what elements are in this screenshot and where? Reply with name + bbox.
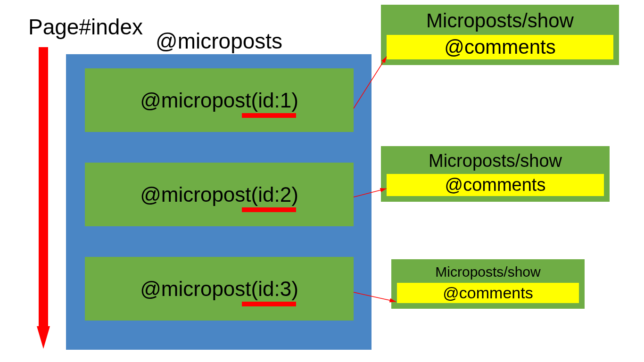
- micropost-item-3: @micropost(id:3): [85, 257, 354, 321]
- id-underline-icon: [242, 113, 296, 118]
- micropost-item-1: @micropost(id:1): [85, 68, 354, 132]
- comments-label: @comments: [387, 35, 613, 59]
- show-box-2: Microposts/show @comments: [381, 146, 610, 202]
- svg-marker-1: [37, 326, 50, 349]
- microposts-container: @micropost(id:1) @micropost(id:2) @micro…: [66, 54, 372, 350]
- show-box-3: Microposts/show @comments: [391, 259, 585, 309]
- micropost-item-label: @micropost(id:3): [140, 277, 298, 300]
- show-box-title: Microposts/show: [397, 264, 579, 280]
- id-underline-icon: [242, 207, 296, 212]
- micropost-item-label: @micropost(id:2): [140, 183, 298, 206]
- show-box-title: Microposts/show: [387, 9, 613, 32]
- micropost-item-label: @micropost(id:1): [140, 89, 298, 112]
- id-underline-icon: [242, 302, 296, 306]
- index-flow-arrow-icon: [37, 47, 50, 349]
- show-box-title: Microposts/show: [387, 151, 604, 171]
- comments-label: @comments: [387, 174, 604, 196]
- show-box-1: Microposts/show @comments: [381, 5, 619, 65]
- micropost-item-2: @micropost(id:2): [85, 163, 354, 226]
- microposts-collection-label: @microposts: [156, 28, 282, 54]
- page-index-title: Page#index: [28, 14, 143, 40]
- comments-label: @comments: [397, 283, 579, 303]
